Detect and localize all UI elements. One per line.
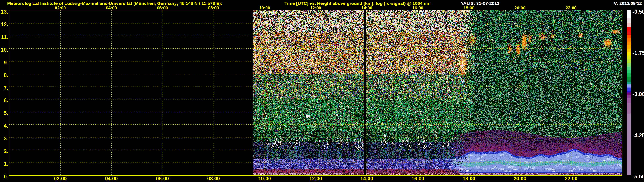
x-tick-label: 20:00: [514, 5, 526, 10]
institute-title: Meteorological Institute of Ludwig-Maxim…: [7, 1, 222, 6]
x-tick-label: 20:00: [514, 176, 526, 181]
x-tick-label: 14:00: [360, 176, 373, 181]
lidar-quicklook-screen: Meteorological Institute of Ludwig-Maxim…: [0, 0, 644, 182]
colorbar-tick-label: -5.50: [632, 174, 644, 180]
colorbar: [627, 10, 631, 175]
y-tick-label: 1.: [0, 161, 8, 167]
x-tick-label: 18:00: [462, 176, 475, 181]
x-tick-label: 16:00: [412, 176, 424, 181]
x-tick-label: 02:00: [55, 5, 66, 10]
y-tick-label: 9.: [0, 60, 8, 65]
x-tick-label: 06:00: [156, 176, 169, 181]
plot-title: Time [UTC] vs. Height above ground [km]:…: [284, 1, 430, 6]
x-tick-label: 10:00: [259, 5, 270, 10]
y-tick-label: 6.: [0, 98, 8, 103]
x-tick-label: 08:00: [208, 5, 219, 10]
y-tick-label: 3.: [0, 136, 8, 141]
colorbar-tick-label: -3.00: [632, 91, 644, 97]
x-tick-label: 08:00: [207, 176, 220, 181]
y-tick-label: 8.: [0, 72, 8, 78]
x-tick-label: 22:00: [565, 176, 578, 181]
x-tick-label: 04:00: [105, 176, 118, 181]
colorbar-tick-label: -1.75: [632, 50, 644, 56]
y-tick-label: 10.: [0, 47, 8, 52]
lidar-heatmap-canvas: [9, 10, 622, 175]
version-label: V: 2012/09/12: [614, 1, 642, 6]
y-tick-label: 7.: [0, 85, 8, 91]
colorbar-tick-label: -4.25: [632, 132, 644, 138]
x-tick-label: 04:00: [106, 5, 117, 10]
x-tick-label: 10:00: [258, 176, 271, 181]
system-date-label: YALIS: 31-07-2012: [461, 1, 499, 6]
y-tick-label: 11.: [0, 34, 8, 40]
colorbar-tick-label: -0.50: [632, 9, 644, 15]
y-tick-label: 4.: [0, 123, 8, 128]
y-tick-label: 2.: [0, 148, 8, 154]
x-tick-label: 12:00: [309, 176, 322, 181]
x-tick-label: 22:00: [566, 5, 576, 10]
y-tick-label: 12.: [0, 22, 8, 27]
x-tick-label: 06:00: [157, 5, 168, 10]
y-tick-label: 13.: [0, 9, 8, 14]
y-tick-label: 5.: [0, 110, 8, 116]
y-tick-label: 0.: [0, 174, 8, 179]
x-tick-label: 12:00: [310, 5, 321, 10]
x-tick-label: 14:00: [361, 5, 372, 10]
x-tick-label: 16:00: [412, 5, 423, 10]
x-tick-label: 18:00: [464, 5, 474, 10]
x-tick-label: 02:00: [54, 176, 66, 181]
